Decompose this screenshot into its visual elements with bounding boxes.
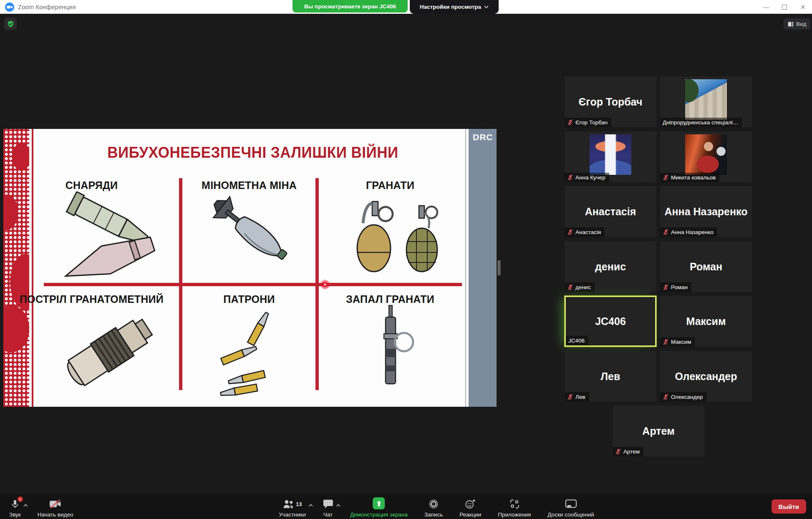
participant-name-tag: Лев bbox=[565, 392, 589, 402]
meeting-toolbar: ! Звук Начать видео bbox=[0, 494, 812, 519]
participant-tile[interactable]: Анна НазаренкоАнна Назаренко bbox=[660, 186, 752, 237]
video-button[interactable]: Начать видео bbox=[38, 498, 73, 518]
participant-name-tag: Роман bbox=[660, 282, 691, 292]
muted-mic-icon bbox=[663, 229, 669, 235]
participant-name-tag: Анна Назаренко bbox=[660, 227, 717, 237]
participant-name-tag: Максим bbox=[660, 337, 695, 347]
apps-button[interactable]: Приложения bbox=[498, 498, 531, 518]
muted-mic-icon bbox=[615, 448, 621, 455]
app-title: Zoom Конференция bbox=[18, 3, 76, 10]
slide-divider bbox=[179, 284, 182, 390]
avatar-waterfall-illustration bbox=[590, 134, 631, 175]
artillery-shells-illustration bbox=[47, 191, 172, 282]
viewing-screen-banner: Вы просматриваете экран JC406 bbox=[293, 0, 408, 13]
participants-count-badge: 13 bbox=[296, 501, 302, 507]
participant-name-label: JC406 bbox=[568, 338, 585, 344]
slide-divider bbox=[315, 284, 319, 390]
leave-meeting-button[interactable]: Выйти bbox=[772, 499, 806, 514]
minimize-button[interactable]: — bbox=[757, 0, 775, 14]
participant-tile[interactable]: АнастасіяАнастасія bbox=[565, 186, 656, 237]
gallery-view-icon bbox=[788, 21, 794, 27]
participant-name-label: Єгор Торбач bbox=[575, 119, 608, 126]
cell-label-shells: СНАРЯДИ bbox=[3, 179, 180, 191]
muted-mic-icon bbox=[567, 174, 573, 181]
participant-tile[interactable]: РоманРоман bbox=[660, 241, 752, 292]
audio-button[interactable]: ! Звук bbox=[9, 498, 21, 518]
close-button[interactable]: ✕ bbox=[794, 0, 812, 14]
muted-mic-icon bbox=[567, 394, 573, 400]
participant-name-label: Максим bbox=[671, 339, 691, 345]
participant-tile[interactable]: Микита ковальов bbox=[660, 131, 752, 182]
participant-tile[interactable]: Дніпрорудненська спеціалі… bbox=[660, 76, 752, 127]
zoom-logo-icon bbox=[5, 3, 14, 12]
window-controls: — ✕ bbox=[757, 0, 812, 14]
participant-tile[interactable]: денисденис bbox=[565, 241, 656, 292]
maximize-button[interactable] bbox=[775, 0, 794, 14]
slide-divider bbox=[179, 178, 182, 284]
reactions-button[interactable]: Реакции bbox=[459, 498, 481, 518]
whiteboards-button[interactable]: Доски сообщений bbox=[547, 498, 594, 518]
security-shield-button[interactable] bbox=[4, 18, 17, 30]
participant-name-tag: денис bbox=[565, 282, 595, 292]
avatar-school-building-photo bbox=[685, 79, 727, 120]
mortar-bomb-illustration bbox=[191, 191, 316, 283]
laser-pointer-dot bbox=[320, 280, 330, 290]
record-button[interactable]: Запись bbox=[424, 498, 443, 518]
participant-tile[interactable]: ОлександерОлександер bbox=[660, 351, 752, 402]
participant-tile[interactable]: JC406JC406 bbox=[565, 296, 656, 347]
participant-name-label: Дніпрорудненська спеціалі… bbox=[663, 119, 738, 126]
audio-options-caret[interactable] bbox=[23, 502, 28, 508]
slide-dotted-red-strip bbox=[3, 129, 29, 407]
participant-name-tag: Дніпрорудненська спеціалі… bbox=[660, 118, 742, 127]
participants-panel: Єгор ТорбачЄгор ТорбачДніпрорудненська с… bbox=[565, 76, 752, 456]
chat-options-caret[interactable] bbox=[336, 502, 340, 508]
chat-button[interactable]: Чат bbox=[323, 498, 333, 518]
cell-label-mortar: МІНОМЕТНА МІНА bbox=[182, 179, 316, 191]
participant-name-tag: Анастасія bbox=[565, 227, 605, 237]
window-titlebar: Zoom Конференция Вы просматриваете экран… bbox=[0, 0, 812, 14]
rifle-cartridges-illustration bbox=[196, 303, 305, 400]
participants-button[interactable]: 13 Участники bbox=[279, 498, 306, 518]
chevron-down-icon bbox=[484, 5, 489, 8]
participant-name-label: Микита ковальов bbox=[671, 174, 716, 181]
share-screen-icon bbox=[373, 497, 385, 509]
share-screen-button[interactable]: Демонстрация экрана bbox=[350, 498, 408, 518]
participant-tile[interactable]: Анна Кучер bbox=[565, 131, 656, 182]
participant-name-label: Роман bbox=[671, 284, 688, 290]
chat-bubble-icon bbox=[323, 499, 333, 509]
participant-name-tag: Анна Кучер bbox=[565, 173, 609, 182]
participant-tile[interactable]: АртемАртем bbox=[613, 406, 704, 456]
participant-tile[interactable]: МаксимМаксим bbox=[660, 296, 752, 347]
muted-mic-icon bbox=[567, 119, 573, 126]
shared-screen-slide: ВИБУХОНЕБЕЗПЕЧНІ ЗАЛИШКИ ВІЙНИ СНАРЯДИ М… bbox=[3, 129, 497, 407]
participant-name-label: Лев bbox=[575, 394, 585, 400]
participant-name-tag: Єгор Торбач bbox=[565, 118, 611, 127]
audio-warning-badge: ! bbox=[18, 496, 23, 502]
participant-name-label: Анастасія bbox=[575, 229, 601, 235]
slide-title: ВИБУХОНЕБЕЗПЕЧНІ ЗАЛИШКИ ВІЙНИ bbox=[44, 144, 462, 161]
drc-logo: DRC bbox=[473, 132, 493, 142]
app-identity: Zoom Конференция bbox=[5, 0, 76, 14]
muted-mic-icon bbox=[663, 394, 669, 400]
muted-mic-icon bbox=[567, 229, 573, 235]
participants-icon bbox=[283, 499, 295, 509]
grenade-fuze-illustration bbox=[366, 302, 420, 396]
muted-mic-icon bbox=[663, 174, 669, 181]
shield-check-icon bbox=[7, 20, 15, 28]
participant-name-tag: Микита ковальов bbox=[660, 173, 719, 182]
view-layout-button[interactable]: Вид bbox=[784, 18, 810, 30]
grenade-launcher-round-illustration bbox=[51, 309, 172, 391]
whiteboard-icon bbox=[565, 499, 577, 509]
participant-name-label: Артем bbox=[623, 448, 640, 455]
zoom-meeting-window: Zoom Конференция Вы просматриваете экран… bbox=[0, 0, 812, 519]
participant-tile[interactable]: ЛевЛев bbox=[565, 351, 656, 402]
panel-resize-handle[interactable] bbox=[498, 260, 501, 275]
participant-tile[interactable]: Єгор ТорбачЄгор Торбач bbox=[565, 76, 656, 127]
muted-mic-icon bbox=[663, 339, 669, 345]
hand-grenades-illustration bbox=[337, 186, 462, 283]
slide-strip-separator bbox=[465, 129, 466, 407]
participant-name-label: Олександер bbox=[671, 394, 703, 400]
participant-name-label: Анна Назаренко bbox=[671, 229, 714, 235]
participants-options-caret[interactable] bbox=[308, 502, 313, 508]
view-settings-button[interactable]: Настройки просмотра bbox=[410, 0, 499, 14]
